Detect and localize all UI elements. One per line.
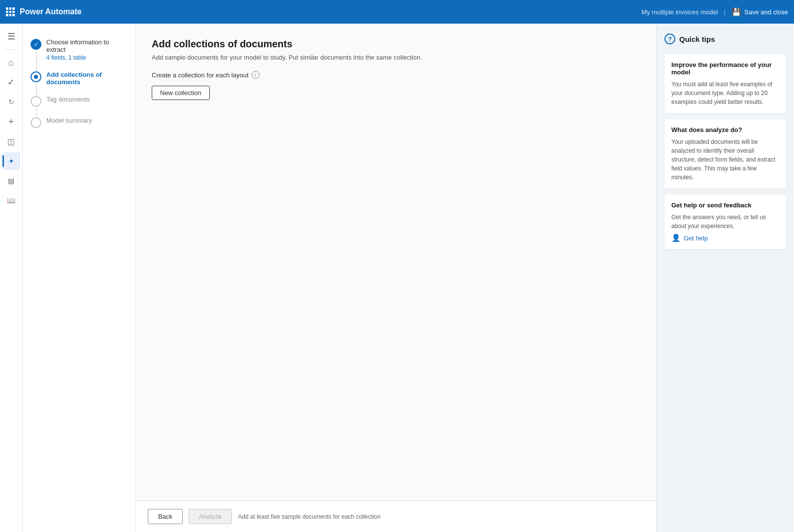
step-content-2: Add collections of documents xyxy=(46,71,128,86)
topbar-right: My multiple invoices model | 💾 Save and … xyxy=(641,7,788,17)
save-close-button[interactable]: 💾 Save and close xyxy=(731,7,788,17)
step-subtitle-1: 4 fields, 1 table xyxy=(46,54,128,61)
nav-icon-home[interactable]: ⌂ xyxy=(2,54,20,71)
page-title: Add collections of documents xyxy=(152,38,640,50)
left-nav: ☰ ⌂ ✓ ↻ + ◫ ✦ ▤ 📖 xyxy=(0,24,23,532)
bottom-bar: Back Analyze Add at least five sample do… xyxy=(136,500,656,532)
collection-label-row: Create a collection for each layout i xyxy=(152,71,640,79)
tip-card-3-text: Get the answers you need, or tell us abo… xyxy=(671,213,779,231)
new-collection-button[interactable]: New collection xyxy=(152,86,210,100)
tip-card-3-title: Get help or send feedback xyxy=(671,201,779,209)
model-name: My multiple invoices model xyxy=(641,8,718,16)
tip-card-3: Get help or send feedback Get the answer… xyxy=(664,195,786,249)
tip-card-1-text: You must add at least five examples of y… xyxy=(671,80,779,106)
step-title-1: Choose information to extract xyxy=(46,38,128,53)
get-help-link[interactable]: 👤 Get help xyxy=(671,233,779,242)
step-content-3: Tag documents xyxy=(46,96,90,103)
step-title-3: Tag documents xyxy=(46,96,90,103)
question-icon: ? xyxy=(664,33,675,44)
grid-menu-icon[interactable] xyxy=(6,7,15,16)
get-help-icon: 👤 xyxy=(671,233,681,242)
step-content-1: Choose information to extract 4 fields, … xyxy=(46,38,128,61)
content-main: Add collections of documents Add sample … xyxy=(136,24,656,500)
steps-sidebar: ✓ Choose information to extract 4 fields… xyxy=(23,24,136,532)
main-layout: ☰ ⌂ ✓ ↻ + ◫ ✦ ▤ 📖 ✓ Choose information t… xyxy=(0,24,794,532)
topbar: Power Automate My multiple invoices mode… xyxy=(0,0,794,24)
nav-icon-approvals[interactable]: ✓ xyxy=(2,73,20,91)
save-icon: 💾 xyxy=(731,7,741,17)
step-item-1: ✓ Choose information to extract 4 fields… xyxy=(31,33,128,66)
step-circle-3 xyxy=(31,96,41,107)
step-circle-4 xyxy=(31,117,41,128)
tip-card-1-title: Improve the performance of your model xyxy=(671,61,779,76)
tip-card-2-title: What does analyze do? xyxy=(671,126,779,133)
save-close-label: Save and close xyxy=(744,8,788,16)
get-help-label: Get help xyxy=(684,234,708,242)
step-circle-1: ✓ xyxy=(31,39,41,50)
quick-tips-header: ? Quick tips xyxy=(664,33,786,44)
nav-icon-add[interactable]: + xyxy=(2,113,20,131)
step-title-4: Model summary xyxy=(46,117,92,124)
tip-card-2-text: Your uploaded documents will be analyzed… xyxy=(671,137,779,182)
step-content-4: Model summary xyxy=(46,117,92,124)
nav-icon-monitor[interactable]: ◫ xyxy=(2,133,20,150)
topbar-left: Power Automate xyxy=(6,7,82,16)
quick-tips-panel: ? Quick tips Improve the performance of … xyxy=(656,24,794,532)
bottom-hint: Add at least five sample documents for e… xyxy=(238,513,381,520)
page-subtitle: Add sample documents for your model to s… xyxy=(152,54,640,61)
center-and-tips: Add collections of documents Add sample … xyxy=(136,24,794,532)
nav-icon-ai[interactable]: ✦ xyxy=(2,152,20,170)
collection-label: Create a collection for each layout xyxy=(152,71,249,79)
step-circle-2 xyxy=(31,71,41,82)
step-item-3: Tag documents xyxy=(31,91,128,112)
step-title-2: Add collections of documents xyxy=(46,71,128,86)
nav-icon-data[interactable]: ▤ xyxy=(2,172,20,190)
step-item-2: Add collections of documents xyxy=(31,66,128,91)
content-area: Add collections of documents Add sample … xyxy=(136,24,656,532)
step-item-4: Model summary xyxy=(31,112,128,133)
app-title: Power Automate xyxy=(20,7,82,16)
separator: | xyxy=(724,8,726,16)
tip-card-1: Improve the performance of your model Yo… xyxy=(664,54,786,113)
nav-icon-menu[interactable]: ☰ xyxy=(2,28,20,45)
info-icon[interactable]: i xyxy=(252,71,260,79)
analyze-button[interactable]: Analyze xyxy=(189,509,232,524)
back-button[interactable]: Back xyxy=(148,509,183,524)
quick-tips-title: Quick tips xyxy=(679,35,715,43)
nav-divider-1 xyxy=(4,49,18,50)
nav-icon-flows[interactable]: ↻ xyxy=(2,93,20,111)
nav-icon-book[interactable]: 📖 xyxy=(2,192,20,209)
tip-card-2: What does analyze do? Your uploaded docu… xyxy=(664,119,786,189)
